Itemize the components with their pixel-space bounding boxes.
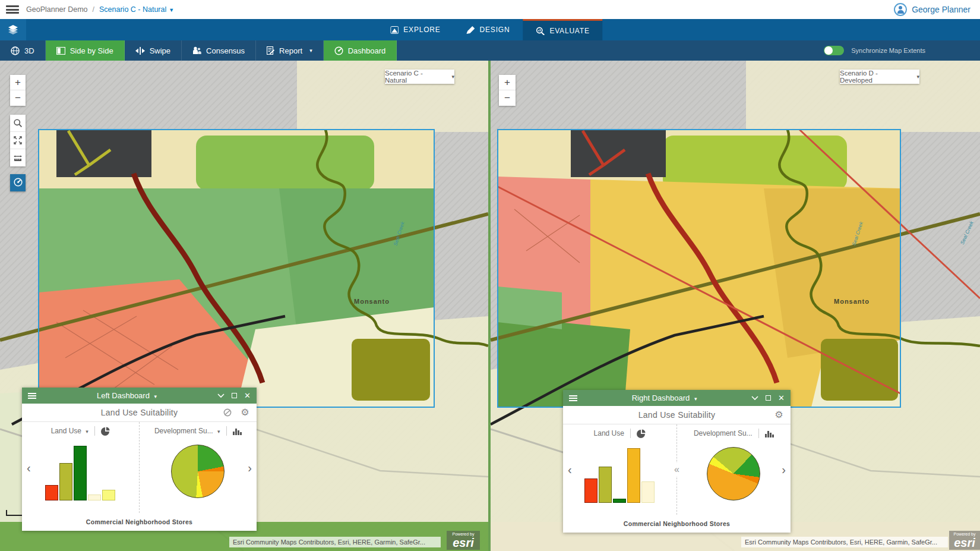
- measure-button[interactable]: [10, 149, 26, 166]
- right-scenario-selector[interactable]: Scenario D - Developed▾: [840, 70, 919, 84]
- land-use-widget: Land Use: [563, 424, 677, 515]
- right-bar-chart[interactable]: [584, 448, 655, 503]
- chevron-down-icon: ▼: [169, 7, 174, 13]
- bar-chart-type-icon[interactable]: [765, 430, 774, 437]
- right-pie-chart[interactable]: [707, 447, 760, 500]
- chevron-down-icon: ▾: [694, 396, 697, 402]
- left-scenario-selector[interactable]: Scenario C - Natural▾: [385, 70, 454, 84]
- left-bar-chart[interactable]: [45, 446, 115, 500]
- right-dashboard-header[interactable]: Right Dashboard ▾ ✕: [563, 390, 791, 406]
- prev-chart-chevron[interactable]: ‹: [27, 461, 31, 474]
- consensus-people-icon: [192, 46, 201, 55]
- globe-icon: [11, 46, 20, 55]
- chevron-down-icon: ▾: [154, 393, 157, 399]
- nav-bar: EXPLORE DESIGN EVALUATE: [0, 19, 980, 40]
- left-map-tools: [10, 115, 26, 166]
- left-pie-chart[interactable]: [171, 445, 225, 498]
- prev-chart-chevron[interactable]: ‹: [568, 463, 572, 477]
- expand-arrows-icon: [14, 136, 22, 144]
- left-zoom-controls: + −: [10, 75, 26, 106]
- collapse-divider-chevron[interactable]: «: [674, 463, 679, 476]
- search-button[interactable]: [10, 115, 26, 132]
- user-name: George Planner: [912, 5, 970, 14]
- consensus-button[interactable]: Consensus: [182, 40, 256, 61]
- explore-icon: [390, 26, 399, 34]
- side-by-side-button[interactable]: Side by Side: [46, 40, 125, 61]
- app-title: GeoPlanner Demo: [26, 5, 88, 14]
- left-dashboard-title[interactable]: Left Dashboard ▾: [36, 391, 217, 400]
- breadcrumb-separator: /: [93, 5, 94, 14]
- gear-icon[interactable]: ⚙: [241, 408, 249, 417]
- collapse-icon[interactable]: [751, 396, 758, 401]
- chevron-down-icon: ▾: [451, 74, 454, 80]
- zoom-out-button[interactable]: −: [499, 90, 516, 106]
- development-dropdown[interactable]: Development Su... ▾: [154, 427, 220, 435]
- left-map-place-label: Monsanto: [354, 298, 390, 305]
- right-zoom-controls: + −: [499, 75, 516, 106]
- close-icon[interactable]: ✕: [244, 391, 251, 400]
- left-dashboard-panel: Left Dashboard ▾ ✕ Land Use Suitability …: [22, 388, 257, 531]
- right-map-attribution: Esri Community Maps Contributors, Esri, …: [741, 537, 948, 547]
- user-area[interactable]: George Planner: [894, 3, 970, 16]
- layers-button[interactable]: [0, 19, 26, 40]
- layers-icon: [8, 25, 18, 34]
- maximize-icon[interactable]: [232, 393, 237, 398]
- main-menu-icon[interactable]: [6, 5, 19, 14]
- visibility-icon[interactable]: [223, 408, 232, 417]
- pie-chart-type-icon[interactable]: [637, 429, 646, 438]
- sync-extents-toggle[interactable]: [824, 46, 844, 55]
- left-map-attribution: Esri Community Maps Contributors, Esri, …: [229, 537, 441, 547]
- development-suitability-widget: Development Su... ▾: [140, 422, 257, 513]
- side-by-side-icon: [56, 47, 65, 55]
- dashboard-gauge-icon: [334, 46, 343, 55]
- dashboard-tool-button[interactable]: [10, 174, 26, 191]
- app-header: GeoPlanner Demo / Scenario C - Natural▼ …: [0, 0, 980, 19]
- panel-menu-icon[interactable]: [28, 393, 36, 399]
- sync-extents-control: Synchronize Map Extents: [824, 40, 925, 61]
- right-chart-context-label: Commercial Neighborhood Stores: [563, 515, 791, 533]
- left-dashboard-header[interactable]: Left Dashboard ▾ ✕: [22, 388, 257, 404]
- dashboard-button[interactable]: Dashboard: [324, 40, 397, 61]
- land-use-dropdown[interactable]: Land Use ▾: [51, 427, 88, 435]
- zoom-in-button[interactable]: +: [10, 75, 26, 90]
- chevron-down-icon: ▾: [86, 429, 88, 434]
- pie-chart-type-icon[interactable]: [101, 427, 110, 436]
- next-chart-chevron[interactable]: ›: [782, 463, 786, 477]
- bar-chart-type-icon[interactable]: [233, 427, 242, 435]
- 3d-button[interactable]: 3D: [0, 40, 46, 61]
- land-use-dropdown[interactable]: Land Use: [594, 429, 624, 437]
- suitability-title: Land Use Suitability: [638, 410, 716, 420]
- tab-evaluate[interactable]: EVALUATE: [523, 19, 602, 40]
- close-icon[interactable]: ✕: [778, 393, 785, 402]
- development-dropdown[interactable]: Development Su...: [694, 429, 753, 437]
- development-suitability-widget: Development Su...: [677, 424, 791, 515]
- zoom-out-button[interactable]: −: [10, 90, 26, 106]
- measure-icon: [14, 155, 22, 162]
- swipe-icon: [135, 47, 145, 55]
- tab-explore[interactable]: EXPLORE: [377, 19, 453, 40]
- panel-menu-icon[interactable]: [569, 395, 577, 401]
- right-map-place-label: Monsanto: [834, 298, 870, 305]
- left-dashboard-charts: ‹ Land Use ▾ Development Su... ▾ ›: [22, 422, 257, 513]
- collapse-icon[interactable]: [217, 393, 225, 398]
- scenario-menu[interactable]: Scenario C - Natural▼: [99, 5, 174, 14]
- left-esri-logo: Powered byesri: [447, 531, 480, 550]
- full-extent-button[interactable]: [10, 132, 26, 149]
- right-dashboard-title[interactable]: Right Dashboard ▾: [577, 393, 751, 402]
- swipe-button[interactable]: Swipe: [125, 40, 182, 61]
- left-dashboard-subheader: Land Use Suitability ⚙: [22, 404, 257, 422]
- suitability-title: Land Use Suitability: [101, 408, 178, 417]
- zoom-in-button[interactable]: +: [499, 75, 516, 90]
- maximize-icon[interactable]: [766, 395, 771, 401]
- gear-icon[interactable]: ⚙: [774, 410, 783, 420]
- dashboard-gauge-icon: [14, 178, 23, 187]
- right-dashboard-panel: Right Dashboard ▾ ✕ Land Use Suitability…: [563, 390, 791, 533]
- chevron-down-icon: ▾: [916, 74, 919, 80]
- pencil-icon: [467, 26, 475, 34]
- evaluate-magnifier-icon: [536, 27, 545, 35]
- tab-design[interactable]: DESIGN: [454, 19, 523, 40]
- sync-extents-label: Synchronize Map Extents: [851, 47, 925, 54]
- land-use-widget: Land Use ▾: [22, 422, 140, 513]
- report-button[interactable]: Report ▾: [256, 40, 324, 61]
- next-chart-chevron[interactable]: ›: [248, 461, 252, 474]
